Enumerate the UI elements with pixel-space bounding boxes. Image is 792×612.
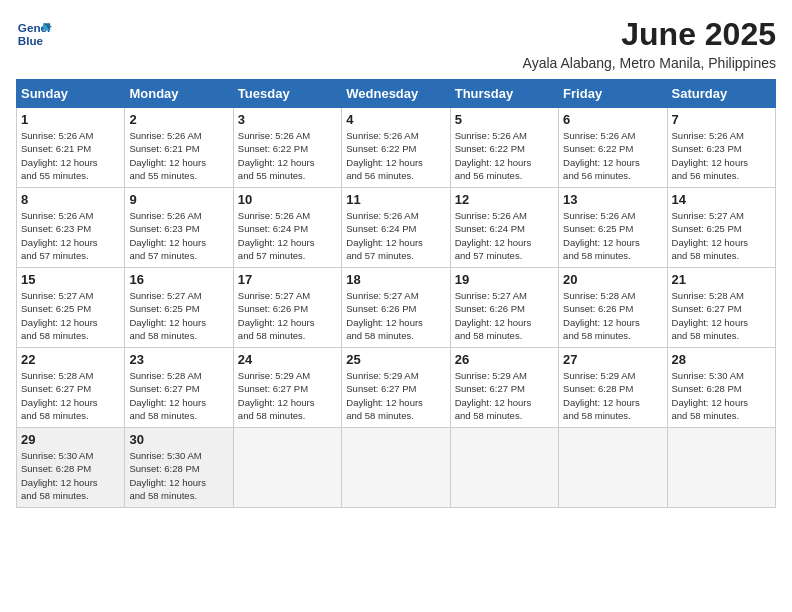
month-title: June 2025 (523, 16, 776, 53)
day-info: Sunrise: 5:26 AM Sunset: 6:24 PM Dayligh… (346, 209, 445, 262)
calendar-cell: 23Sunrise: 5:28 AM Sunset: 6:27 PM Dayli… (125, 348, 233, 428)
calendar-cell: 17Sunrise: 5:27 AM Sunset: 6:26 PM Dayli… (233, 268, 341, 348)
calendar-cell: 5Sunrise: 5:26 AM Sunset: 6:22 PM Daylig… (450, 108, 558, 188)
day-number: 18 (346, 272, 445, 287)
column-header-monday: Monday (125, 80, 233, 108)
day-number: 22 (21, 352, 120, 367)
day-number: 20 (563, 272, 662, 287)
calendar-cell (450, 428, 558, 508)
day-number: 30 (129, 432, 228, 447)
calendar-cell: 25Sunrise: 5:29 AM Sunset: 6:27 PM Dayli… (342, 348, 450, 428)
calendar-cell: 30Sunrise: 5:30 AM Sunset: 6:28 PM Dayli… (125, 428, 233, 508)
day-info: Sunrise: 5:26 AM Sunset: 6:23 PM Dayligh… (672, 129, 771, 182)
week-row-4: 22Sunrise: 5:28 AM Sunset: 6:27 PM Dayli… (17, 348, 776, 428)
calendar-cell: 29Sunrise: 5:30 AM Sunset: 6:28 PM Dayli… (17, 428, 125, 508)
day-info: Sunrise: 5:28 AM Sunset: 6:27 PM Dayligh… (21, 369, 120, 422)
day-number: 7 (672, 112, 771, 127)
day-info: Sunrise: 5:26 AM Sunset: 6:24 PM Dayligh… (238, 209, 337, 262)
calendar-cell: 28Sunrise: 5:30 AM Sunset: 6:28 PM Dayli… (667, 348, 775, 428)
day-info: Sunrise: 5:29 AM Sunset: 6:27 PM Dayligh… (346, 369, 445, 422)
calendar-cell: 8Sunrise: 5:26 AM Sunset: 6:23 PM Daylig… (17, 188, 125, 268)
day-info: Sunrise: 5:29 AM Sunset: 6:27 PM Dayligh… (238, 369, 337, 422)
day-info: Sunrise: 5:27 AM Sunset: 6:26 PM Dayligh… (455, 289, 554, 342)
calendar-cell: 7Sunrise: 5:26 AM Sunset: 6:23 PM Daylig… (667, 108, 775, 188)
day-info: Sunrise: 5:26 AM Sunset: 6:25 PM Dayligh… (563, 209, 662, 262)
day-number: 5 (455, 112, 554, 127)
day-number: 15 (21, 272, 120, 287)
calendar-cell (559, 428, 667, 508)
day-info: Sunrise: 5:29 AM Sunset: 6:27 PM Dayligh… (455, 369, 554, 422)
day-info: Sunrise: 5:26 AM Sunset: 6:23 PM Dayligh… (21, 209, 120, 262)
week-row-5: 29Sunrise: 5:30 AM Sunset: 6:28 PM Dayli… (17, 428, 776, 508)
calendar-header-row: SundayMondayTuesdayWednesdayThursdayFrid… (17, 80, 776, 108)
day-number: 4 (346, 112, 445, 127)
day-number: 2 (129, 112, 228, 127)
logo-icon: General Blue (16, 16, 52, 52)
day-info: Sunrise: 5:27 AM Sunset: 6:26 PM Dayligh… (346, 289, 445, 342)
day-number: 23 (129, 352, 228, 367)
day-info: Sunrise: 5:26 AM Sunset: 6:22 PM Dayligh… (455, 129, 554, 182)
day-info: Sunrise: 5:28 AM Sunset: 6:27 PM Dayligh… (129, 369, 228, 422)
calendar-cell: 10Sunrise: 5:26 AM Sunset: 6:24 PM Dayli… (233, 188, 341, 268)
day-number: 16 (129, 272, 228, 287)
week-row-1: 1Sunrise: 5:26 AM Sunset: 6:21 PM Daylig… (17, 108, 776, 188)
column-header-sunday: Sunday (17, 80, 125, 108)
day-info: Sunrise: 5:29 AM Sunset: 6:28 PM Dayligh… (563, 369, 662, 422)
day-info: Sunrise: 5:26 AM Sunset: 6:22 PM Dayligh… (346, 129, 445, 182)
calendar-cell (233, 428, 341, 508)
calendar-cell: 13Sunrise: 5:26 AM Sunset: 6:25 PM Dayli… (559, 188, 667, 268)
day-info: Sunrise: 5:27 AM Sunset: 6:25 PM Dayligh… (21, 289, 120, 342)
calendar-cell: 3Sunrise: 5:26 AM Sunset: 6:22 PM Daylig… (233, 108, 341, 188)
svg-text:Blue: Blue (18, 34, 44, 47)
day-info: Sunrise: 5:30 AM Sunset: 6:28 PM Dayligh… (21, 449, 120, 502)
day-number: 9 (129, 192, 228, 207)
calendar-cell: 9Sunrise: 5:26 AM Sunset: 6:23 PM Daylig… (125, 188, 233, 268)
calendar-cell (667, 428, 775, 508)
day-number: 6 (563, 112, 662, 127)
day-number: 3 (238, 112, 337, 127)
day-number: 1 (21, 112, 120, 127)
day-info: Sunrise: 5:26 AM Sunset: 6:22 PM Dayligh… (563, 129, 662, 182)
calendar-cell: 15Sunrise: 5:27 AM Sunset: 6:25 PM Dayli… (17, 268, 125, 348)
day-number: 14 (672, 192, 771, 207)
day-number: 27 (563, 352, 662, 367)
day-info: Sunrise: 5:26 AM Sunset: 6:21 PM Dayligh… (21, 129, 120, 182)
day-number: 17 (238, 272, 337, 287)
day-info: Sunrise: 5:27 AM Sunset: 6:25 PM Dayligh… (129, 289, 228, 342)
day-number: 10 (238, 192, 337, 207)
calendar-table: SundayMondayTuesdayWednesdayThursdayFrid… (16, 79, 776, 508)
column-header-tuesday: Tuesday (233, 80, 341, 108)
header: General Blue June 2025 Ayala Alabang, Me… (16, 16, 776, 71)
day-number: 8 (21, 192, 120, 207)
day-number: 12 (455, 192, 554, 207)
day-number: 13 (563, 192, 662, 207)
day-info: Sunrise: 5:27 AM Sunset: 6:25 PM Dayligh… (672, 209, 771, 262)
day-number: 25 (346, 352, 445, 367)
day-info: Sunrise: 5:26 AM Sunset: 6:24 PM Dayligh… (455, 209, 554, 262)
day-number: 19 (455, 272, 554, 287)
day-info: Sunrise: 5:30 AM Sunset: 6:28 PM Dayligh… (129, 449, 228, 502)
day-info: Sunrise: 5:28 AM Sunset: 6:26 PM Dayligh… (563, 289, 662, 342)
calendar-cell: 22Sunrise: 5:28 AM Sunset: 6:27 PM Dayli… (17, 348, 125, 428)
day-info: Sunrise: 5:26 AM Sunset: 6:21 PM Dayligh… (129, 129, 228, 182)
column-header-saturday: Saturday (667, 80, 775, 108)
calendar-cell (342, 428, 450, 508)
calendar-cell: 2Sunrise: 5:26 AM Sunset: 6:21 PM Daylig… (125, 108, 233, 188)
day-number: 21 (672, 272, 771, 287)
calendar-cell: 21Sunrise: 5:28 AM Sunset: 6:27 PM Dayli… (667, 268, 775, 348)
calendar-cell: 4Sunrise: 5:26 AM Sunset: 6:22 PM Daylig… (342, 108, 450, 188)
column-header-wednesday: Wednesday (342, 80, 450, 108)
day-info: Sunrise: 5:30 AM Sunset: 6:28 PM Dayligh… (672, 369, 771, 422)
day-number: 28 (672, 352, 771, 367)
calendar-cell: 20Sunrise: 5:28 AM Sunset: 6:26 PM Dayli… (559, 268, 667, 348)
calendar-cell: 27Sunrise: 5:29 AM Sunset: 6:28 PM Dayli… (559, 348, 667, 428)
calendar-cell: 26Sunrise: 5:29 AM Sunset: 6:27 PM Dayli… (450, 348, 558, 428)
calendar-cell: 24Sunrise: 5:29 AM Sunset: 6:27 PM Dayli… (233, 348, 341, 428)
calendar-cell: 11Sunrise: 5:26 AM Sunset: 6:24 PM Dayli… (342, 188, 450, 268)
calendar-cell: 19Sunrise: 5:27 AM Sunset: 6:26 PM Dayli… (450, 268, 558, 348)
day-number: 26 (455, 352, 554, 367)
day-info: Sunrise: 5:27 AM Sunset: 6:26 PM Dayligh… (238, 289, 337, 342)
calendar-cell: 12Sunrise: 5:26 AM Sunset: 6:24 PM Dayli… (450, 188, 558, 268)
location-title: Ayala Alabang, Metro Manila, Philippines (523, 55, 776, 71)
week-row-3: 15Sunrise: 5:27 AM Sunset: 6:25 PM Dayli… (17, 268, 776, 348)
